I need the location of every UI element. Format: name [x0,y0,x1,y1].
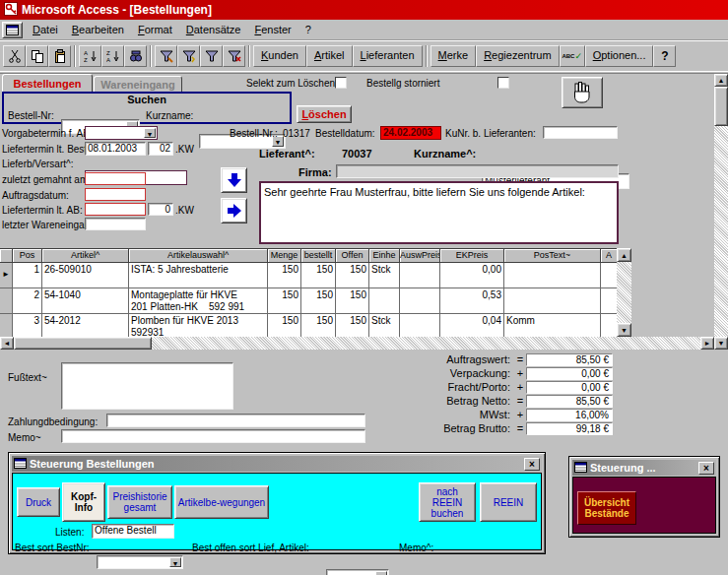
paste-icon[interactable] [48,45,71,67]
scroll-down-icon[interactable]: ▼ [617,323,631,337]
vorgabetermin-combo[interactable]: ▼ [85,126,158,140]
grid-col-header[interactable]: bestellt [301,249,336,263]
form-window-icon[interactable] [2,22,23,38]
cell-offen[interactable]: 150 [336,314,369,337]
cell-ekpreis[interactable]: 0,04 [440,314,504,337]
grid-col-header[interactable]: Offen [336,249,369,263]
move-down-button[interactable] [221,167,247,193]
grid-corner-cell[interactable] [0,249,13,263]
cell-postext[interactable] [504,263,601,288]
druck-button[interactable]: Druck [17,487,60,517]
cell-einheit[interactable] [369,288,400,314]
preishistorie-button[interactable]: Preishistorie gesamt [107,485,172,519]
window-vertical-scrollbar[interactable]: ▲ ▼ [714,74,728,350]
cell-einheit[interactable]: Stck [369,263,400,288]
firma-field[interactable] [336,164,619,178]
move-right-button[interactable] [221,198,247,224]
kunden-button[interactable]: Kunden [253,45,306,67]
artikelbewegungen-button[interactable]: Artikelbe-wegungen [174,485,269,519]
find-icon[interactable] [124,45,147,67]
cell-pos[interactable]: 1 [13,263,42,288]
loeschen-button[interactable]: Löschen [297,105,352,123]
auftragsdatum-field[interactable] [85,188,146,201]
cell-menge[interactable]: 150 [268,314,301,337]
chevron-down-icon[interactable]: ▼ [375,571,387,575]
remove-filter-icon[interactable] [223,45,245,67]
regiezentrum-button[interactable]: Regiezentrum [476,45,560,67]
menu-bearbeiten[interactable]: Bearbeiten [65,20,131,39]
cell-extra[interactable] [601,263,617,288]
row-selector[interactable] [0,288,13,314]
dialog-title-bar[interactable]: Steuerung ... × [572,460,716,476]
dialog-title-bar[interactable]: Steuerung Bestellungen × [12,456,542,472]
liefertermin-bestg-kw-field[interactable]: 02 [148,142,173,156]
cell-artikel[interactable]: 26-509010 [42,263,129,288]
tab-bestellungen[interactable]: Bestellungen [2,74,93,93]
scrollbar-thumb[interactable] [714,87,728,126]
chevron-down-icon[interactable]: ▼ [144,128,156,138]
cell-postext[interactable]: Komm [504,314,601,337]
chevron-down-icon[interactable]: ▼ [169,557,181,567]
close-icon[interactable]: × [524,458,540,471]
copy-icon[interactable] [26,45,48,67]
fusstext-textarea[interactable] [61,362,233,410]
grid-col-header[interactable]: Pos [13,249,42,263]
gemahnt-field[interactable] [85,172,146,185]
row-selector[interactable] [0,314,13,337]
cell-menge[interactable]: 150 [268,263,301,288]
scroll-up-icon[interactable]: ▲ [714,74,728,87]
help-icon[interactable]: ? [653,45,676,67]
memo-field[interactable] [61,429,365,443]
lieferanten-button[interactable]: Lieferanten [353,45,423,67]
cell-offen[interactable]: 150 [336,263,369,288]
scroll-right-icon[interactable]: ► [700,337,714,350]
cell-menge[interactable]: 150 [268,288,301,314]
grid-col-header[interactable]: EKPreis [440,249,504,263]
cell-ekpreis[interactable]: 0,00 [440,263,504,288]
nach-reein-buchen-button[interactable]: nach REEIN buchen [419,482,476,522]
cell-artikelauswahl[interactable]: Plomben für HKVE 2013 592931 [129,314,268,337]
grid-col-header[interactable]: A [601,249,617,263]
spelling-icon[interactable]: ABC✓ [560,45,585,67]
cell-bestellt[interactable]: 150 [301,288,336,314]
cell-postext[interactable] [504,288,601,314]
menu-hilfe[interactable]: ? [298,20,318,39]
cell-ekpreis[interactable]: 0,53 [440,288,504,314]
cell-offen[interactable]: 150 [336,288,369,314]
listen-combo[interactable]: Offene Bestell [92,524,174,539]
menu-datei[interactable]: Datei [26,20,65,39]
grid-col-header[interactable]: Artikel^ [42,249,129,263]
scroll-down-icon[interactable]: ▼ [714,337,728,350]
reein-button[interactable]: REEIN [480,482,537,522]
grid-col-header[interactable]: Einhe [369,249,400,263]
bestelldatum-value[interactable]: 24.02.2003 [380,126,441,140]
tab-wareneingang[interactable]: Wareneingang [94,76,182,93]
filter-by-form-icon[interactable] [155,45,177,67]
grid-col-header[interactable]: Menge [268,249,301,263]
best-offen-sort-combo[interactable]: ▼ [326,569,389,575]
liefertermin-ab-kw-field[interactable]: 0 [148,203,173,216]
liefertermin-ab-field[interactable] [85,203,146,216]
cell-extra[interactable] [601,314,617,337]
cell-einheit[interactable]: Stck [369,314,400,337]
liefertermin-bestg-field[interactable]: 08.01.2003 [85,142,146,156]
selekt-zum-loeschen-checkbox[interactable] [335,77,347,89]
sort-descending-icon[interactable]: ZA [101,45,124,67]
optionen-button[interactable]: Optionen... [585,45,654,67]
menu-format[interactable]: Format [131,20,179,39]
bestellg-storniert-checkbox[interactable] [497,77,509,89]
cell-extra[interactable] [601,288,617,314]
grid-col-header[interactable]: PosText~ [504,249,601,263]
hand-drag-button[interactable] [562,77,603,108]
grid-col-header[interactable]: AuswPreis [400,249,440,263]
cut-icon[interactable] [3,45,26,67]
merke-button[interactable]: Merke [430,45,477,67]
grid-col-header[interactable]: Artikelauswahl^ [129,249,268,263]
cell-artikelauswahl[interactable]: Montageplatte für HKVE 201 Platten-HK 59… [129,288,268,314]
title-bar[interactable]: Microsoft Access - [Bestellungen] [0,0,728,20]
menu-fenster[interactable]: Fenster [247,20,298,39]
cell-bestellt[interactable]: 150 [301,263,336,288]
scroll-left-icon[interactable]: ◄ [0,337,14,350]
filter-by-selection-icon[interactable] [177,45,200,67]
uebersicht-bestaende-button[interactable]: Übersicht Bestände [577,491,636,525]
